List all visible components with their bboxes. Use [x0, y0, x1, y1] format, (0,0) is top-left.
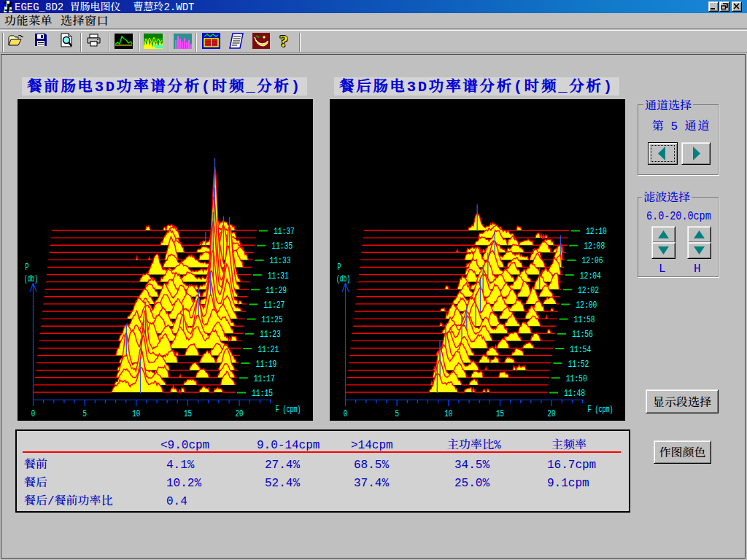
svg-text:F (cpm): F (cpm)	[588, 404, 614, 415]
svg-text:11:52: 11:52	[568, 359, 589, 370]
svg-text:10: 10	[444, 408, 452, 419]
svg-text:11:58: 11:58	[574, 314, 595, 325]
svg-text:11:21: 11:21	[258, 344, 279, 355]
svg-text:5: 5	[82, 408, 87, 419]
svg-text:5: 5	[395, 408, 399, 419]
svg-text:20: 20	[236, 408, 244, 419]
svg-text:0: 0	[344, 408, 348, 419]
svg-text:10: 10	[132, 408, 140, 419]
svg-text:11:50: 11:50	[566, 373, 587, 384]
svg-text:20: 20	[548, 408, 556, 419]
svg-text:15: 15	[184, 408, 192, 419]
svg-text:(db): (db)	[336, 274, 350, 284]
svg-text:11:19: 11:19	[255, 359, 276, 370]
svg-text:0: 0	[31, 408, 36, 419]
svg-text:12:04: 12:04	[580, 271, 601, 281]
svg-text:11:48: 11:48	[564, 388, 585, 399]
svg-text:11:23: 11:23	[260, 329, 281, 340]
svg-text:P: P	[26, 262, 29, 273]
svg-text:11:33: 11:33	[270, 255, 291, 266]
svg-text:11:17: 11:17	[254, 373, 275, 384]
svg-text:11:25: 11:25	[262, 314, 283, 325]
svg-text:F (cpm): F (cpm)	[276, 404, 301, 415]
svg-text:11:56: 11:56	[572, 329, 593, 340]
svg-text:12:02: 12:02	[578, 285, 599, 296]
svg-text:12:08: 12:08	[584, 241, 605, 252]
svg-text:11:27: 11:27	[263, 300, 285, 311]
svg-text:11:29: 11:29	[266, 285, 287, 296]
svg-text:(db): (db)	[24, 274, 38, 284]
svg-text:P: P	[338, 262, 341, 273]
svg-text:11:31: 11:31	[268, 271, 289, 281]
svg-text:15: 15	[496, 408, 504, 419]
svg-text:11:35: 11:35	[271, 241, 293, 252]
svg-text:12:10: 12:10	[586, 226, 607, 237]
svg-text:11:15: 11:15	[252, 388, 273, 399]
svg-text:12:06: 12:06	[582, 255, 603, 266]
svg-text:11:37: 11:37	[274, 226, 295, 237]
svg-text:12:00: 12:00	[576, 300, 597, 311]
svg-text:11:54: 11:54	[570, 344, 591, 355]
